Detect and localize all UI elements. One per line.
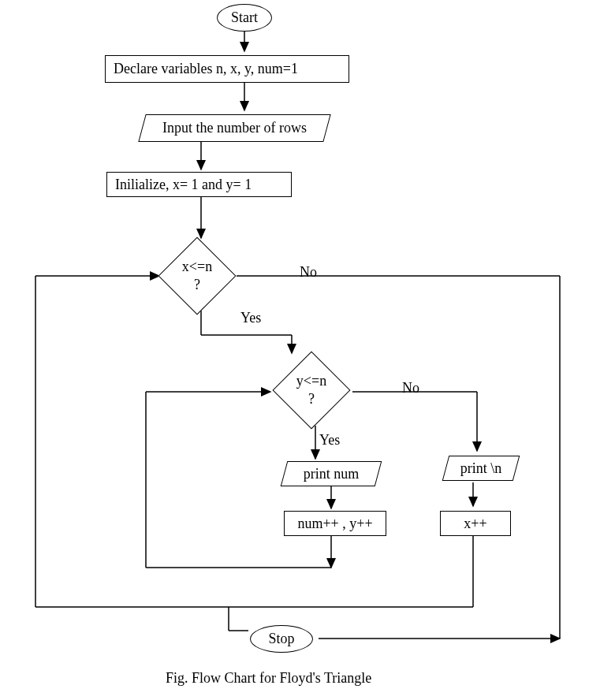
increment-x-process: x++ [440, 511, 511, 536]
flowchart-container: Start Declare variables n, x, y, num=1 I… [0, 0, 615, 700]
print-newline-io: print \n [445, 456, 516, 481]
input-text: Input the number of rows [162, 120, 307, 136]
increment-num-process: num++ , y++ [284, 511, 386, 536]
print-newline-text: print \n [460, 460, 502, 477]
decision-x-le-n: x<=n ? [158, 236, 237, 315]
decision1-text: x<=n [182, 258, 212, 276]
figure-caption: Fig. Flow Chart for Floyd's Triangle [166, 670, 371, 687]
stop-terminator: Stop [250, 625, 313, 653]
start-label: Start [231, 9, 258, 26]
print-num-text: print num [304, 466, 360, 482]
increment-x-text: x++ [464, 516, 486, 532]
print-num-io: print num [284, 461, 378, 486]
decision2-q: ? [308, 390, 315, 408]
flowchart-arrows [0, 0, 615, 700]
decision2-text: y<=n [296, 372, 326, 390]
decision1-yes-label: Yes [240, 310, 261, 326]
decision1-no-label: No [300, 264, 317, 281]
declare-text: Declare variables n, x, y, num=1 [114, 61, 298, 77]
input-io: Input the number of rows [142, 114, 327, 142]
decision2-no-label: No [402, 380, 419, 397]
initialize-text: Inilialize, x= 1 and y= 1 [115, 177, 252, 193]
stop-label: Stop [268, 631, 294, 647]
increment-num-text: num++ , y++ [297, 516, 372, 532]
declare-process: Declare variables n, x, y, num=1 [105, 55, 349, 83]
initialize-process: Inilialize, x= 1 and y= 1 [106, 172, 292, 197]
decision1-q: ? [194, 276, 200, 294]
decision-y-le-n: y<=n ? [272, 351, 351, 430]
decision2-yes-label: Yes [319, 432, 340, 449]
start-terminator: Start [217, 4, 272, 32]
